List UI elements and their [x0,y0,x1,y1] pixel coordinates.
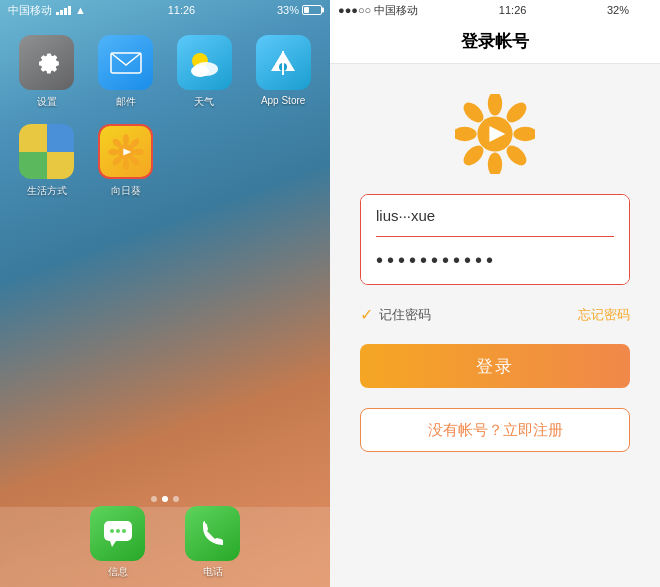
left-status-bar: 中国移动 ▲ 11:26 33% [0,0,330,20]
phone-dock-label: 电话 [203,565,223,579]
dock-messages[interactable]: 信息 [90,506,145,579]
settings-icon [19,35,74,90]
remember-text: 记住密码 [379,306,431,324]
login-input-group [360,194,630,285]
sunflower-label: 向日葵 [111,184,141,198]
register-button[interactable]: 没有帐号？立即注册 [360,408,630,452]
mail-icon [98,35,153,90]
left-battery-icon [302,5,322,15]
weather-label: 天气 [194,95,214,109]
svg-point-18 [110,529,114,533]
settings-label: 设置 [37,95,57,109]
dot-2 [162,496,168,502]
right-battery-pct: 32% [607,4,629,16]
phone-icon [185,506,240,561]
svg-marker-17 [110,541,116,547]
right-nav-bar: 登录帐号 [330,20,660,64]
sunflower-app-icon [98,124,153,179]
left-wifi-icon: ▲ [75,4,86,16]
messages-icon [90,506,145,561]
svg-point-12 [108,148,119,154]
weather-icon [177,35,232,90]
right-time: 11:26 [499,4,527,16]
app-mail[interactable]: 邮件 [89,35,163,109]
app-sunflower[interactable]: 向日葵 [89,124,163,198]
svg-point-21 [488,94,502,116]
svg-point-6 [122,134,128,145]
forgot-password-link[interactable]: 忘记密码 [578,306,630,324]
check-icon: ✓ [360,305,373,324]
right-battery-icon [632,5,652,15]
app-dock: 信息 电话 [0,507,330,587]
left-carrier: 中国移动 [8,3,52,18]
appstore-icon [256,35,311,90]
login-button[interactable]: 登录 [360,344,630,388]
lifestyle-label: 生活方式 [27,184,67,198]
svg-point-19 [116,529,120,533]
lifestyle-icon [19,124,74,179]
app-appstore[interactable]: App Store [246,35,320,109]
password-input[interactable] [361,237,629,284]
left-signal-icon [56,6,71,15]
right-status-bar: ●●●○○ 中国移动 11:26 32% [330,0,660,20]
right-status-left: ●●●○○ 中国移动 [338,3,418,18]
app-lifestyle[interactable]: 生活方式 [10,124,84,198]
dock-phone[interactable]: 电话 [185,506,240,579]
svg-point-27 [455,127,477,141]
right-status-right: 32% [607,4,652,16]
svg-point-3 [191,65,209,77]
remember-row: ✓ 记住密码 忘记密码 [360,305,630,324]
appstore-label: App Store [261,95,305,106]
messages-dock-label: 信息 [108,565,128,579]
left-status-left: 中国移动 ▲ [8,3,86,18]
username-input[interactable] [361,195,629,236]
left-battery-pct: 33% [277,4,299,16]
app-grid: 设置 邮件 天气 [0,20,330,208]
left-phone-screen: 中国移动 ▲ 11:26 33% 设置 [0,0,330,587]
right-carrier: ●●●○○ 中国移动 [338,3,418,18]
mail-label: 邮件 [116,95,136,109]
home-page-dots [151,496,179,502]
remember-left[interactable]: ✓ 记住密码 [360,305,431,324]
svg-point-8 [133,148,144,154]
nav-title: 登录帐号 [461,30,529,53]
dot-3 [173,496,179,502]
svg-point-23 [513,127,535,141]
dot-1 [151,496,157,502]
svg-point-20 [122,529,126,533]
app-settings[interactable]: 设置 [10,35,84,109]
login-content: ✓ 记住密码 忘记密码 登录 没有帐号？立即注册 [330,64,660,472]
svg-point-25 [488,152,502,174]
right-phone-screen: ●●●○○ 中国移动 11:26 32% 登录帐号 [330,0,660,587]
left-status-right: 33% [277,4,322,16]
app-weather[interactable]: 天气 [168,35,242,109]
left-time: 11:26 [168,4,196,16]
svg-point-10 [122,159,128,170]
app-logo [455,94,535,174]
